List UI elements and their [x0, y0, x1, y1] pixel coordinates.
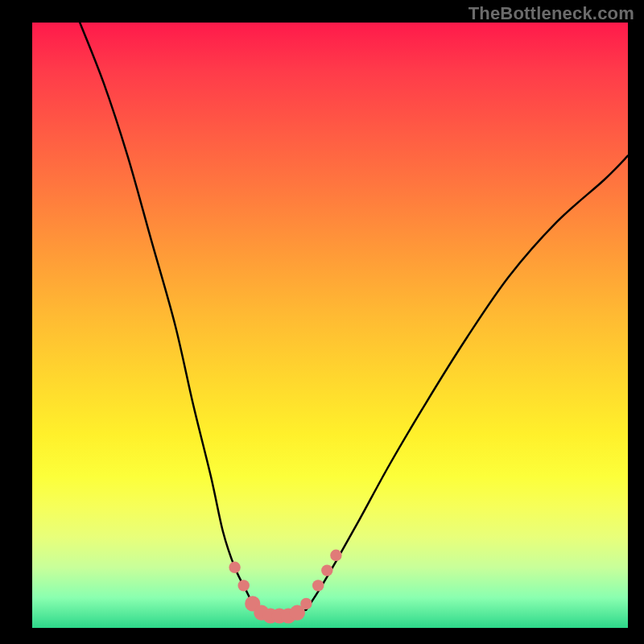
- accent-dot: [321, 564, 332, 576]
- chart-frame: TheBottleneck.com: [0, 0, 644, 644]
- curve-right: [306, 155, 628, 609]
- accent-dot: [312, 580, 324, 591]
- curve-left: [80, 23, 255, 609]
- curve-group: [80, 23, 628, 617]
- marker-group: [229, 550, 341, 624]
- accent-dot: [238, 580, 250, 591]
- accent-dot: [229, 562, 240, 573]
- accent-dot: [300, 598, 312, 609]
- plot-area: [32, 23, 628, 628]
- accent-dot: [330, 550, 341, 561]
- chart-svg: [32, 23, 628, 628]
- watermark-text: TheBottleneck.com: [469, 3, 634, 24]
